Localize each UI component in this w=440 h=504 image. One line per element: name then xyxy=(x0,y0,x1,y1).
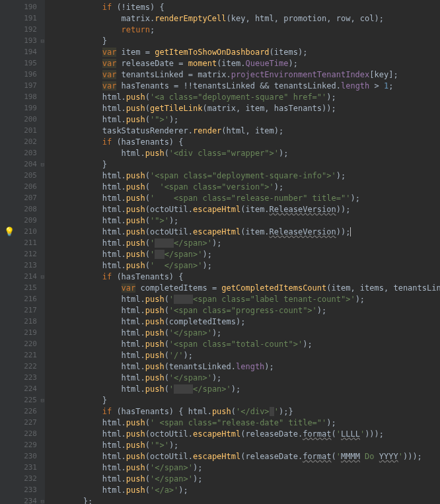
intention-bulb-icon[interactable]: 💡 xyxy=(4,227,15,236)
code-token: ( xyxy=(145,104,150,113)
code-line[interactable]: var releaseDate = moment(item.QueueTime)… xyxy=(45,57,440,69)
code-line[interactable]: html.push(octoUtil.escapeHtml(releaseDat… xyxy=(45,428,440,439)
line-number: 199 xyxy=(0,102,45,114)
code-token: return xyxy=(122,25,150,34)
code-line[interactable]: html.push(' </span>'); xyxy=(45,237,440,248)
fold-icon[interactable]: ⊟ xyxy=(41,498,44,505)
code-token: '<span class="total-count">' xyxy=(169,340,303,349)
code-token: push xyxy=(126,250,145,259)
line-number: 212 xyxy=(0,248,45,260)
code-token: ); xyxy=(355,295,365,304)
code-line[interactable]: html.push('</span>'); xyxy=(45,327,440,338)
code-line[interactable]: if (!items) { xyxy=(45,1,440,13)
code-token: (octoUtil. xyxy=(145,205,193,214)
code-line[interactable]: html.push(octoUtil.escapeHtml(releaseDat… xyxy=(45,450,440,462)
code-token: html. xyxy=(102,171,126,180)
code-line[interactable]: html.push('">'); xyxy=(45,114,440,125)
code-line[interactable]: html.push(completedItems); xyxy=(45,316,440,327)
code-line[interactable]: var item = getItemToShowOnDashboard(item… xyxy=(45,46,440,57)
code-token: html. xyxy=(102,429,126,439)
code-line[interactable]: html.push(' <span class="release-date" t… xyxy=(45,417,440,428)
line-number: 208 xyxy=(0,203,45,215)
code-token: ( xyxy=(145,115,150,124)
fold-icon[interactable]: ⊟ xyxy=(41,161,44,168)
code-line[interactable]: taskStatusRenderer.render(html, item); xyxy=(45,125,440,136)
code-line[interactable]: matrix.renderEmptyCell(key, html, promot… xyxy=(45,13,440,24)
code-token: (octoUtil. xyxy=(145,429,193,439)
line-number: 218 xyxy=(0,316,45,327)
code-line[interactable]: html.push('</span>'); xyxy=(45,372,440,383)
code-token: html. xyxy=(122,328,145,338)
code-line[interactable]: html.push(tenantsLinked.length); xyxy=(45,361,440,372)
code-line[interactable]: } xyxy=(45,35,440,46)
code-line[interactable]: var completedItems = getCompletedItemsCo… xyxy=(45,282,440,293)
fold-icon[interactable]: ⊟ xyxy=(41,273,44,280)
code-line[interactable]: html.push('/'); xyxy=(45,349,440,361)
code-token: ); xyxy=(274,182,283,192)
code-line[interactable]: html.push(' <span class="label tenant-co… xyxy=(45,293,440,305)
code-line[interactable]: if (hasTenants) { xyxy=(45,271,440,282)
code-token: escapeHtml xyxy=(193,205,240,214)
code-token: ( xyxy=(165,295,169,304)
code-line[interactable]: } xyxy=(45,394,440,406)
fold-icon[interactable]: ⊟ xyxy=(41,38,44,44)
code-line[interactable]: html.push('">'); xyxy=(45,439,440,450)
code-line[interactable]: } xyxy=(45,159,440,170)
code-token: ' xyxy=(150,250,155,259)
code-line[interactable]: html.push('">'); xyxy=(45,215,440,226)
code-line[interactable]: html.push('<span class="deployment-squar… xyxy=(45,170,440,181)
code-line[interactable]: html.push('</a>'); xyxy=(45,484,440,495)
code-line[interactable]: html.push('<div class="wrapper">'); xyxy=(45,147,440,159)
code-token: ); xyxy=(169,216,178,225)
code-token: push xyxy=(126,92,145,102)
code-line[interactable]: return; xyxy=(45,24,440,35)
code-line[interactable]: html.push(' </span>'); xyxy=(45,248,440,260)
code-line[interactable]: html.push(' </span>'); xyxy=(45,383,440,394)
code-token: push xyxy=(145,362,165,371)
code-line[interactable]: var tenantsLinked = matrix.projectEnviro… xyxy=(45,69,440,80)
code-token: html. xyxy=(102,182,126,192)
line-number: 202 xyxy=(0,136,45,147)
code-line[interactable]: html.push('<a class="deployment-square" … xyxy=(45,91,440,102)
code-line[interactable]: }; xyxy=(45,495,440,504)
code-line[interactable]: html.push('<span class="total-count">'); xyxy=(45,338,440,349)
code-token: )); xyxy=(336,227,351,236)
code-token: push xyxy=(212,407,231,416)
code-token: hasTenants = !!tenantsLinked && tenantsL… xyxy=(116,81,341,90)
code-token: ); xyxy=(169,441,178,450)
code-line[interactable]: html.push(octoUtil.escapeHtml(item.Relea… xyxy=(45,226,440,237)
code-line[interactable]: html.push('</span>'); xyxy=(45,473,440,484)
code-token: ' xyxy=(360,429,365,439)
code-token: ; xyxy=(150,25,155,34)
code-token: html. xyxy=(102,194,126,203)
line-number: 195 xyxy=(0,57,45,69)
code-line[interactable]: html.push('<span class="progress-count">… xyxy=(45,305,440,316)
code-line[interactable]: if (hasTenants) { html.push('</div> ');} xyxy=(45,406,440,417)
code-token: (releaseDate. xyxy=(240,452,303,461)
code-token: html. xyxy=(122,351,145,360)
code-line[interactable]: html.push(octoUtil.escapeHtml(item.Relea… xyxy=(45,203,440,215)
code-token: (hasTenants) { xyxy=(112,272,183,281)
code-token: } xyxy=(102,160,107,169)
code-token: ); xyxy=(231,384,240,394)
code-token: (item. xyxy=(240,205,269,214)
code-line[interactable]: if (hasTenants) { xyxy=(45,136,440,147)
line-number: 197 xyxy=(0,80,45,91)
code-editor[interactable]: 190191192193⊟194195196197198199200201202… xyxy=(0,0,440,504)
line-number: 220 xyxy=(0,338,45,349)
code-line[interactable]: html.push(getTileLink(matrix, item, hasT… xyxy=(45,102,440,114)
line-number: 213 xyxy=(0,260,45,271)
code-line[interactable]: html.push(' <span class="release-number"… xyxy=(45,192,440,203)
code-area[interactable]: if (!items) { matrix.renderEmptyCell(key… xyxy=(45,0,440,504)
fold-icon[interactable]: ⊟ xyxy=(41,397,44,404)
code-line[interactable]: html.push(' </span>'); xyxy=(45,260,440,271)
code-line[interactable]: html.push('</span>'); xyxy=(45,462,440,473)
code-line[interactable]: var hasTenants = !!tenantsLinked && tena… xyxy=(45,80,440,91)
code-token: '</a>' xyxy=(150,486,178,495)
code-token: push xyxy=(126,486,145,495)
line-number: 190 xyxy=(0,1,45,13)
code-token: push xyxy=(126,474,145,484)
line-number: 215 xyxy=(0,282,45,293)
code-line[interactable]: html.push( '<span class="version">'); xyxy=(45,181,440,192)
code-token: if xyxy=(102,3,112,12)
